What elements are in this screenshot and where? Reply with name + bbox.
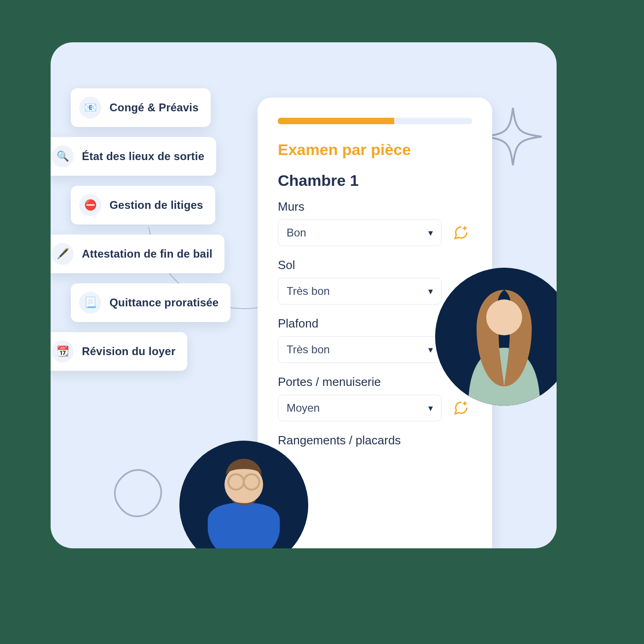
menu-item-revision-loyer[interactable]: 📆 Révision du loyer [51,332,187,371]
menu-item-conge-preavis[interactable]: 📧 Congé & Préavis [71,88,211,127]
main-panel: 📧 Congé & Préavis 🔍 État des lieux de so… [51,42,557,548]
progress-bar [278,118,472,124]
form-heading: Examen par pièce [278,141,472,159]
add-comment-button[interactable] [450,397,472,419]
menu-item-gestion-litiges[interactable]: ⛔ Gestion de litiges [71,186,215,224]
condition-select[interactable]: Moyen ▾ [278,395,442,421]
selected-value: Très bon [287,285,330,298]
menu-label: Révision du loyer [82,345,175,358]
menu-label: Attestation de fin de bail [82,247,213,260]
menu-label: Congé & Préavis [109,101,199,114]
add-comment-button[interactable] [450,222,472,244]
chevron-down-icon: ▾ [428,402,433,414]
selected-value: Moyen [287,402,320,414]
field-rangements-placards: Rangements / placards [278,433,472,448]
field-label: Portes / menuiserie [278,375,472,389]
blob-decoration [110,466,166,521]
menu-item-etat-lieux-sortie[interactable]: 🔍 État des lieux de sortie [51,137,216,176]
chevron-down-icon: ▾ [428,227,433,238]
selected-value: Très bon [287,343,330,356]
chevron-down-icon: ▾ [428,286,433,297]
field-murs: Murs Bon ▾ [278,200,472,246]
feature-menu: 📧 Congé & Préavis 🔍 État des lieux de so… [51,88,255,371]
field-label: Rangements / placards [278,433,472,448]
menu-item-quittance-proratisee[interactable]: 📃 Quittance proratisée [71,283,230,322]
chevron-down-icon: ▾ [428,344,433,355]
menu-label: Gestion de litiges [109,199,203,212]
document-icon: 📧 [79,97,101,119]
receipt-icon: 📃 [79,292,101,314]
condition-select[interactable]: Très bon ▾ [278,336,442,363]
room-name: Chambre 1 [278,172,472,190]
field-sol: Sol Très bon ▾ [278,258,472,305]
field-label: Murs [278,200,472,214]
menu-label: État des lieux de sortie [82,150,204,163]
search-icon: 🔍 [52,145,74,167]
stop-icon: ⛔ [79,194,101,216]
field-label: Sol [278,258,472,272]
selected-value: Bon [287,226,306,239]
menu-item-attestation-fin-bail[interactable]: 🖋️ Attestation de fin de bail [51,235,224,273]
menu-label: Quittance proratisée [109,296,218,309]
condition-select[interactable]: Très bon ▾ [278,278,442,305]
condition-select[interactable]: Bon ▾ [278,219,442,246]
field-portes-menuiserie: Portes / menuiserie Moyen ▾ [278,375,472,421]
svg-point-5 [486,299,522,335]
pen-icon: 🖋️ [52,243,74,265]
progress-fill [278,118,394,124]
calendar-icon: 📆 [52,340,74,362]
